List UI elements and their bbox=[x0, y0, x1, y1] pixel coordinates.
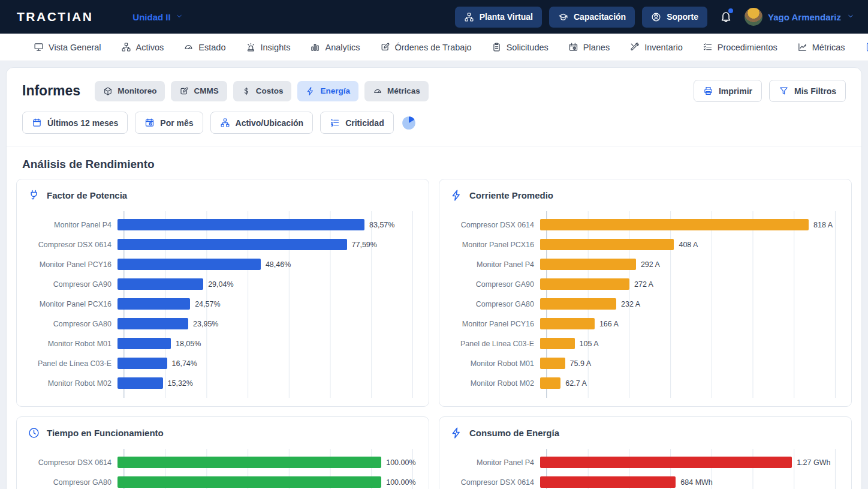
bar bbox=[117, 338, 171, 349]
chart-card-consumo-de-energia: Consumo de EnergíaMonitor Panel P41.27 G… bbox=[439, 416, 852, 489]
edit-square-icon bbox=[179, 86, 189, 96]
headset-icon bbox=[651, 12, 661, 22]
soporte-label: Soporte bbox=[667, 12, 698, 22]
tab-solicitudes[interactable]: Solicitudes bbox=[492, 42, 548, 52]
dollar-icon bbox=[242, 86, 251, 96]
chevron-down-icon bbox=[175, 12, 183, 20]
bolt-icon bbox=[306, 86, 315, 96]
mis-filtros-button[interactable]: Mis Filtros bbox=[769, 80, 846, 102]
gauge-icon bbox=[183, 42, 194, 52]
chart-type-pie-button[interactable] bbox=[401, 115, 417, 131]
brand-logo: TRACTIAN bbox=[17, 10, 93, 24]
chart-row: Monitor Robot M0262.7 A bbox=[450, 373, 840, 393]
user-menu[interactable]: Yago Armendariz bbox=[745, 8, 855, 26]
content-card: Informes MonitoreoCMMSCostosEnergíaMétri… bbox=[6, 67, 862, 489]
bar-label: Monitor Panel PCY16 bbox=[450, 320, 540, 328]
chart-row: Compresor GA80100.00% bbox=[28, 472, 418, 489]
bar-label: Compresor DSX 0614 bbox=[28, 458, 117, 467]
chart-row: Monitor Panel P4292 A bbox=[450, 254, 840, 274]
clipboard-icon bbox=[492, 42, 502, 52]
chart-row: Panel de Línea C03-E16,74% bbox=[28, 353, 418, 373]
tab-vista-general[interactable]: Vista General bbox=[34, 42, 101, 52]
bar-label: Monitor Panel PCY16 bbox=[28, 260, 117, 269]
bar bbox=[117, 239, 347, 250]
chart-row: Monitor Panel PCY1648,46% bbox=[28, 254, 418, 274]
tab-procedimientos[interactable]: Procedimientos bbox=[703, 42, 777, 52]
tab-insights[interactable]: Insights bbox=[246, 42, 291, 52]
tab-metricas[interactable]: Métricas bbox=[797, 42, 845, 52]
bolt-icon bbox=[450, 427, 463, 439]
bar-label: Compresor GA90 bbox=[28, 280, 117, 289]
bar-value: 29,04% bbox=[208, 280, 233, 289]
category-chip-costos[interactable]: Costos bbox=[233, 81, 292, 101]
bar-value: 105 A bbox=[580, 340, 599, 348]
bar bbox=[117, 476, 381, 488]
bar-value: 18,05% bbox=[176, 340, 201, 348]
tab-analytics[interactable]: Analytics bbox=[310, 42, 360, 52]
bar bbox=[540, 318, 595, 329]
bar-label: Compresor GA80 bbox=[28, 320, 117, 328]
filter-por-mes-button[interactable]: Por mês bbox=[135, 112, 203, 134]
bar-label: Monitor Panel PCX16 bbox=[450, 241, 540, 249]
section-title: Análisis de Rendimiento bbox=[22, 158, 846, 171]
chart-card-factor-de-potencia: Factor de PotenciaMonitor Panel P483,57%… bbox=[16, 179, 429, 407]
bar bbox=[540, 259, 636, 270]
soporte-button[interactable]: Soporte bbox=[642, 7, 707, 28]
chart-row: Monitor Panel P41.27 GWh bbox=[450, 452, 840, 472]
bar-value: 62.7 A bbox=[565, 379, 586, 388]
bar-value: 1.27 GWh bbox=[797, 458, 830, 467]
chart-row: Compresor DSX 0614100.00% bbox=[28, 452, 418, 472]
metrics-icon bbox=[797, 42, 807, 52]
chart-card-tiempo-en-funcionamiento: Tiempo en FuncionamientoCompresor DSX 06… bbox=[16, 416, 429, 489]
filter-activo-ubicacion-button[interactable]: Activo/Ubicación bbox=[210, 112, 314, 134]
planta-virtual-button[interactable]: Planta Virtual bbox=[455, 7, 542, 28]
bar bbox=[117, 278, 203, 290]
chart-row: Monitor Robot M0215,32% bbox=[28, 373, 418, 393]
page-title: Informes bbox=[22, 83, 80, 99]
bar-value: 48,46% bbox=[266, 260, 291, 269]
unit-selector[interactable]: Unidad II bbox=[132, 12, 183, 22]
category-chip-cmms[interactable]: CMMS bbox=[171, 81, 227, 101]
tab-estado[interactable]: Estado bbox=[183, 42, 225, 52]
pie-icon bbox=[401, 115, 417, 131]
monitor-icon bbox=[34, 42, 44, 52]
chart-row: Monitor Panel PCX1624,57% bbox=[28, 294, 418, 314]
capacitacion-label: Capacitación bbox=[574, 12, 626, 22]
tab-activos[interactable]: Activos bbox=[121, 42, 164, 52]
tab-inventario[interactable]: Inventario bbox=[629, 42, 683, 52]
bar-label: Compresor DSX 0614 bbox=[450, 478, 540, 487]
tab-planes[interactable]: Planes bbox=[568, 42, 610, 52]
notifications-bell[interactable] bbox=[719, 10, 733, 25]
file-icon bbox=[865, 42, 868, 52]
chart-row: Monitor Robot M0118,05% bbox=[28, 334, 418, 353]
filter-ultimos-12-meses-button[interactable]: Últimos 12 meses bbox=[22, 112, 128, 134]
category-chip-energia[interactable]: Energía bbox=[297, 81, 358, 101]
category-chip-monitoreo[interactable]: Monitoreo bbox=[95, 81, 165, 101]
bar-value: 15,32% bbox=[168, 379, 193, 388]
top-navbar: TRACTIAN Unidad II Planta VirtualCapacit… bbox=[0, 0, 868, 34]
bar-label: Monitor Panel P4 bbox=[28, 221, 117, 229]
bar-label: Monitor Panel P4 bbox=[450, 260, 540, 269]
tools-icon bbox=[629, 42, 640, 52]
checklist-icon bbox=[703, 42, 713, 52]
chart-row: Monitor Panel PCY16166 A bbox=[450, 314, 840, 334]
bar-label: Monitor Robot M02 bbox=[450, 379, 540, 388]
imprimir-button[interactable]: Imprimir bbox=[694, 80, 762, 102]
bar-label: Compresor GA80 bbox=[28, 478, 117, 487]
chart-card-corriente-promedio: Corriente PromedioCompresor DSX 0614818 … bbox=[439, 179, 852, 407]
tab-ordenes-de-trabajo[interactable]: Órdenes de Trabajo bbox=[380, 42, 472, 52]
funnel-icon bbox=[779, 86, 789, 96]
filter-criticidad-button[interactable]: Criticidad bbox=[320, 112, 394, 134]
capacitacion-button[interactable]: Capacitación bbox=[549, 7, 635, 28]
unit-label: Unidad II bbox=[132, 12, 170, 22]
main-tabs: Vista GeneralActivosEstadoInsightsAnalyt… bbox=[0, 34, 868, 61]
bar-label: Compresor DSX 0614 bbox=[28, 241, 117, 249]
bar bbox=[540, 239, 674, 250]
chart-row: Compresor DSX 0614684 MWh bbox=[450, 472, 840, 489]
calendar-icon bbox=[32, 118, 42, 128]
bar-value: 100.00% bbox=[386, 458, 415, 467]
tab-informes[interactable]: Informes bbox=[865, 42, 868, 52]
category-chip-metricas[interactable]: Métricas bbox=[364, 81, 429, 101]
navbar-actions: Planta VirtualCapacitaciónSoporte bbox=[455, 7, 707, 28]
bar-value: 292 A bbox=[641, 260, 660, 269]
